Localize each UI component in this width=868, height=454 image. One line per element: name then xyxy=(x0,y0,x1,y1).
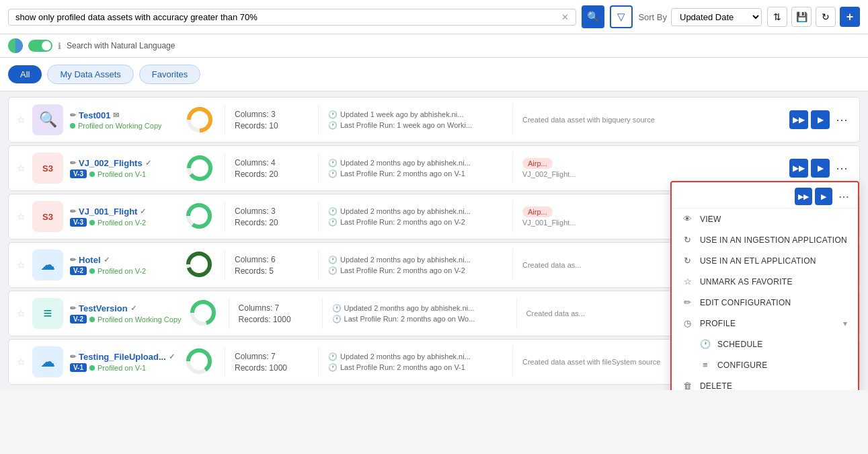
ctx-view-label: VIEW xyxy=(700,215,847,224)
divider2 xyxy=(318,104,319,135)
fast-forward-button[interactable]: ▶▶ xyxy=(789,110,808,129)
sort-select[interactable]: Updated Date xyxy=(671,8,762,26)
asset-badge: V-3 Profiled on V-1 xyxy=(70,169,177,178)
asset-stats: Columns: 3 Records: 10 xyxy=(235,110,309,130)
ctx-delete-label: DELETE xyxy=(700,381,847,391)
asset-list: ☆ 🔍 ✏ Test001 ✉ Profiled on Working Copy… xyxy=(0,91,868,390)
green-dot xyxy=(70,123,75,128)
asset-dates: 🕐Updated 2 months ago by abhishek.ni... … xyxy=(328,256,503,275)
asset-icon: S3 xyxy=(32,153,63,184)
asset-icon: 🔍 xyxy=(32,104,63,135)
asset-stats: Columns: 7Records: 1000 xyxy=(239,303,313,324)
asset-badge: V-2 Profiled on Working Copy xyxy=(70,315,182,324)
context-play[interactable]: ▶ xyxy=(815,188,832,205)
ctx-edit-label: EDIT CONFIGURATION xyxy=(700,298,847,307)
search-button[interactable]: 🔍 xyxy=(582,5,604,28)
ctx-configure[interactable]: ≡ CONFIGURE xyxy=(672,354,858,375)
ctx-use-etl[interactable]: ↻ USE IN AN ETL APPLICATION xyxy=(672,250,858,271)
asset-row-vj002: ☆ S3 ✏ VJ_002_Flights ✓ V-3 Profiled on … xyxy=(8,145,860,191)
refresh-button[interactable]: ↻ xyxy=(816,7,836,27)
asset-info: ✏ TestVersion ✓ V-2 Profiled on Working … xyxy=(70,303,182,324)
divider xyxy=(225,153,225,184)
fast-forward-button[interactable]: ▶▶ xyxy=(789,159,808,178)
action-icons: ▶▶ ▶ ⋯ xyxy=(789,110,851,129)
search-input[interactable] xyxy=(15,12,557,22)
more-button[interactable]: ⋯ xyxy=(832,110,851,129)
ctx-edit-icon: ✏ xyxy=(682,297,693,307)
asset-info: ✏ Hotel ✓ V-2 Profiled on V-2 xyxy=(70,255,177,275)
svg-point-3 xyxy=(189,157,210,179)
add-button[interactable]: + xyxy=(840,7,860,27)
asset-stats: Columns: 7Records: 1000 xyxy=(235,352,309,373)
toggle-switch[interactable] xyxy=(28,40,52,52)
divider xyxy=(225,104,225,135)
tab-favorites[interactable]: Favorites xyxy=(139,65,200,84)
fav-star[interactable]: ☆ xyxy=(17,163,26,174)
ctx-schedule[interactable]: 🕐 SCHEDULE xyxy=(672,334,858,354)
asset-stats: Columns: 4 Records: 20 xyxy=(235,158,309,179)
ctx-delete-icon: 🗑 xyxy=(682,381,693,390)
asset-icon: ≡ xyxy=(32,298,63,329)
sort-order-button[interactable]: ⇅ xyxy=(767,7,787,27)
sort-area: Sort By Updated Date xyxy=(638,8,762,26)
ctx-schedule-icon: 🕐 xyxy=(700,339,711,349)
fav-star[interactable]: ☆ xyxy=(17,114,26,125)
filter-button[interactable]: ▽ xyxy=(610,5,633,28)
ctx-view[interactable]: 👁 VIEW xyxy=(672,209,858,229)
ctx-edit-config[interactable]: ✏ EDIT CONFIGURATION xyxy=(672,292,858,313)
context-more[interactable]: ⋯ xyxy=(835,188,853,205)
fav-star[interactable]: ☆ xyxy=(17,356,26,367)
fav-star[interactable]: ☆ xyxy=(17,260,26,270)
tab-my-data-assets[interactable]: My Data Assets xyxy=(47,65,133,84)
second-bar: ℹ Search with Natural Language xyxy=(0,34,868,58)
ctx-profile-chevron: ▾ xyxy=(843,319,847,328)
divider2 xyxy=(318,153,319,184)
asset-stats: Columns: 3Records: 20 xyxy=(235,206,309,227)
asset-dates: 🕐Updated 2 months ago by abhishek.ni... … xyxy=(328,352,503,372)
asset-name: ✏ VJ_001_Flight ✓ xyxy=(70,206,177,217)
asset-tag-area: Airp... VJ_001_Flight... xyxy=(522,206,590,227)
donut-wrap xyxy=(184,104,215,135)
ctx-view-icon: 👁 xyxy=(682,214,693,224)
profiled-label: Profiled on V-1 xyxy=(97,170,146,178)
profiled-label: Profiled on Working Copy xyxy=(78,122,162,130)
asset-icon: S3 xyxy=(32,201,63,232)
top-bar: ✕ 🔍 ▽ Sort By Updated Date ⇅ 💾 ↻ + xyxy=(0,0,868,34)
clear-icon[interactable]: ✕ xyxy=(561,12,569,22)
asset-name: ✏ Hotel ✓ xyxy=(70,255,177,265)
asset-tag-area: Created data asset with fileSystem sourc… xyxy=(522,358,660,366)
ctx-schedule-label: SCHEDULE xyxy=(717,340,847,349)
asset-info: ✏ Test001 ✉ Profiled on Working Copy xyxy=(70,110,177,130)
fav-star[interactable]: ☆ xyxy=(17,308,26,319)
asset-badge: V-1 Profiled on V-1 xyxy=(70,363,177,372)
donut-wrap xyxy=(184,250,215,280)
asset-stats: Columns: 6Records: 5 xyxy=(235,255,309,276)
asset-name: ✏ Testing_FileUpload... ✓ xyxy=(70,352,177,362)
asset-tag-area: Created data asset with bigquery source xyxy=(522,116,655,124)
edit-icon: ✏ xyxy=(70,159,76,167)
asset-name: ✏ Test001 ✉ xyxy=(70,110,177,120)
version-tag: V-3 xyxy=(70,169,87,178)
more-button[interactable]: ⋯ xyxy=(832,159,851,178)
ctx-profile[interactable]: ◷ PROFILE ▾ xyxy=(672,313,858,334)
ctx-unmark-favorite[interactable]: ☆ UNMARK AS FAVORITE xyxy=(672,271,858,292)
fav-star[interactable]: ☆ xyxy=(17,211,26,222)
asset-tag-area: Airp... VJ_002_Flight... xyxy=(522,158,590,178)
info-icon[interactable]: ℹ xyxy=(58,41,61,51)
ctx-use-ingestion[interactable]: ↻ USE IN AN INGESTION APPLICATION xyxy=(672,229,858,250)
play-button[interactable]: ▶ xyxy=(811,110,830,129)
context-fast-forward[interactable]: ▶▶ xyxy=(795,188,812,205)
toolbar-icons: ⇅ 💾 ↻ + xyxy=(767,7,860,27)
edit-icon: ✏ xyxy=(70,111,76,120)
play-button[interactable]: ▶ xyxy=(811,159,830,178)
sort-label: Sort By xyxy=(638,12,667,22)
asset-badge: V-2 Profiled on V-2 xyxy=(70,266,177,275)
ctx-delete[interactable]: 🗑 DELETE xyxy=(672,375,858,390)
divider3 xyxy=(512,153,513,184)
tab-all[interactable]: All xyxy=(8,65,42,83)
save-button[interactable]: 💾 xyxy=(791,7,812,27)
ctx-fav-label: UNMARK AS FAVORITE xyxy=(700,277,847,287)
ctx-profile-label: PROFILE xyxy=(700,319,836,328)
asset-badge: V-3 Profiled on V-2 xyxy=(70,218,177,227)
asset-info: ✏ VJ_001_Flight ✓ V-3 Profiled on V-2 xyxy=(70,206,177,227)
